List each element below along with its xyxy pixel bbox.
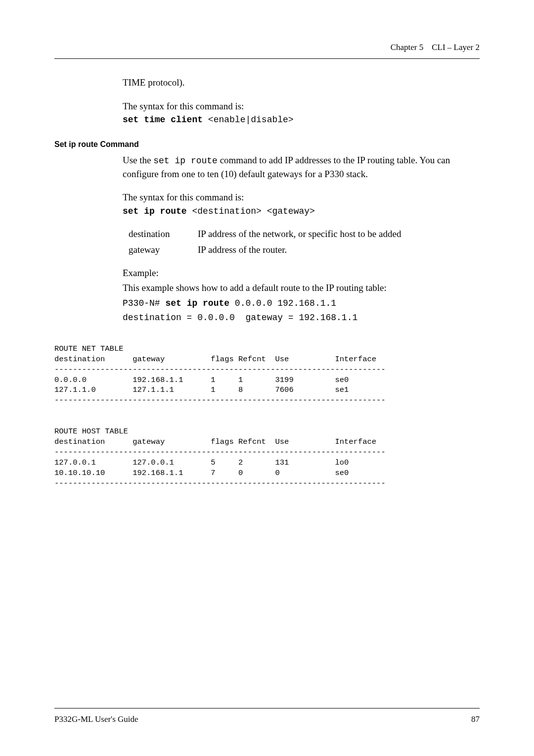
table1-sep2: ----------------------------------------… — [54, 396, 386, 405]
set-ip-route-desc: Use the set ip route command to add IP a… — [123, 153, 480, 181]
page-header: Chapter 5 CLI – Layer 2 — [54, 43, 480, 52]
definitions: destination IP address of the network, o… — [129, 227, 480, 256]
section-set-ip-route: Set ip route Command — [54, 139, 480, 150]
table2-r1: 127.0.0.1 127.0.0.1 5 2 131 lo0 — [54, 458, 349, 467]
table1-r1: 0.0.0.0 192.168.1.1 1 1 3199 se0 — [54, 376, 349, 384]
chapter-label: Chapter 5 — [391, 43, 424, 52]
def-gateway: gateway IP address of the router. — [129, 243, 480, 257]
page-footer: P332G-ML User's Guide 87 — [54, 708, 480, 724]
header-rule — [54, 58, 480, 59]
example-cmd-line: P330-N# set ip route 0.0.0.0 192.168.1.1 — [123, 297, 480, 309]
table2-sep2: ----------------------------------------… — [54, 479, 386, 488]
p2a: Use the — [123, 155, 153, 165]
content-area: TIME protocol). The syntax for this comm… — [54, 76, 480, 489]
cmd-set-ip-route: set ip route <destination> <gateway> — [123, 205, 480, 217]
cmd2-keyword: set ip route — [123, 206, 187, 216]
page: Chapter 5 CLI – Layer 2 TIME protocol). … — [0, 0, 534, 756]
ex-cmd-bold: set ip route — [165, 298, 229, 308]
ex-prompt: P330-N# — [123, 298, 165, 308]
time-protocol-text: TIME protocol). — [123, 76, 480, 90]
table2-r2: 10.10.10.10 192.168.1.1 7 0 0 se0 — [54, 469, 349, 477]
p2-mono: set ip route — [153, 156, 218, 166]
table1-r2: 127.1.1.0 127.1.1.1 1 8 7606 se1 — [54, 385, 349, 394]
cmd-set-time-client: set time client <enable|disable> — [123, 114, 480, 126]
footer-left: P332G-ML User's Guide — [54, 714, 138, 724]
cmd1-keyword: set time client — [123, 115, 203, 125]
def-destination: destination IP address of the network, o… — [129, 227, 480, 241]
def-gateway-def: IP address of the router. — [198, 243, 480, 257]
example-output-line: destination = 0.0.0.0 gateway = 192.168.… — [123, 312, 480, 324]
ex-cmd-args: 0.0.0.0 192.168.1.1 — [229, 298, 336, 308]
route-tables-output: ROUTE NET TABLE destination gateway flag… — [54, 333, 480, 489]
table1-sep: ----------------------------------------… — [54, 365, 386, 374]
cmd2-args: <destination> <gateway> — [187, 206, 315, 216]
footer-page-number: 87 — [471, 714, 480, 724]
def-destination-def: IP address of the network, or specific h… — [198, 227, 480, 241]
table2-sep: ----------------------------------------… — [54, 448, 386, 457]
table1-header: destination gateway flags Refcnt Use Int… — [54, 355, 376, 364]
example-label: Example: — [123, 266, 480, 280]
def-gateway-term: gateway — [129, 243, 198, 257]
table1-title: ROUTE NET TABLE — [54, 344, 124, 353]
example-intro: This example shows how to add a default … — [123, 281, 480, 295]
def-destination-term: destination — [129, 227, 198, 241]
table2-title: ROUTE HOST TABLE — [54, 427, 128, 436]
table2-header: destination gateway flags Refcnt Use Int… — [54, 437, 376, 446]
syntax-intro-2: The syntax for this command is: — [123, 190, 480, 204]
syntax-intro-1: The syntax for this command is: — [123, 99, 480, 113]
chapter-title: CLI – Layer 2 — [432, 43, 480, 52]
cmd1-args: <enable|disable> — [203, 115, 294, 125]
